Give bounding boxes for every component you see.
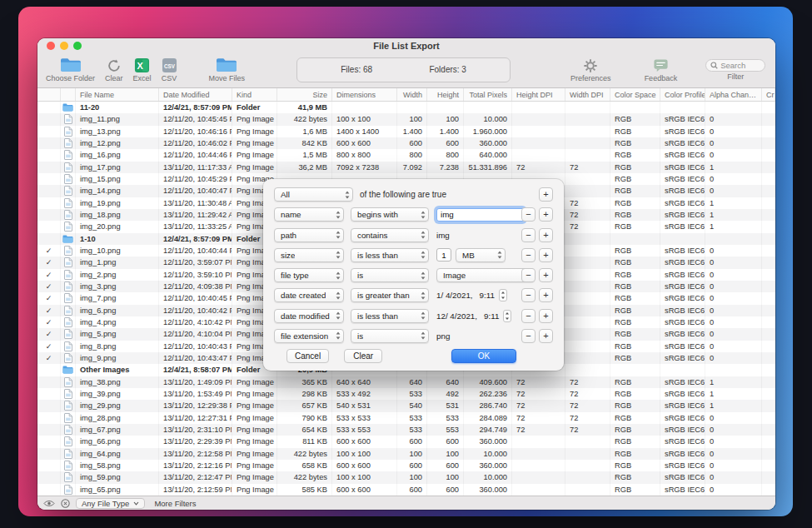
operator-popup[interactable]: is less than [351,309,429,323]
attribute-popup[interactable]: date modified [274,309,344,323]
table-row[interactable]: img_17.png13/11/20, 11:17:33 AMPng Image… [37,162,775,173]
popup-chevrons-icon [421,311,426,320]
column-header[interactable]: Color Profile [660,88,705,101]
cell [512,113,565,125]
column-header-icon[interactable] [61,88,76,101]
remove-rule-button[interactable]: − [521,309,536,323]
column-header-select[interactable] [37,88,61,101]
visibility-eye-icon[interactable] [43,500,55,507]
add-rule-button[interactable]: + [539,288,553,302]
add-rule-button[interactable]: + [539,228,553,242]
column-header[interactable]: Date Modified [159,88,232,101]
table-row[interactable]: img_16.png12/11/20, 10:44:46 PMPng Image… [37,149,775,161]
table-row[interactable]: img_28.png13/11/20, 12:27:31 PMPng Image… [37,412,775,424]
table-row[interactable]: 11-2012/4/21, 8:57:09 PMFolder41,9 MB [37,102,775,113]
rule-value-input[interactable] [436,208,525,222]
remove-rule-button[interactable]: − [521,228,536,242]
table-row[interactable]: img_65.png13/11/20, 2:12:59 PMPng Image5… [37,484,775,496]
column-header[interactable]: File Name [76,88,159,101]
clear-button[interactable]: Clear [344,349,382,363]
cell: img_16.png [76,149,159,161]
clear-button[interactable]: Clear [100,57,128,82]
remove-rule-button[interactable]: − [521,207,536,222]
row-checkmark: ✓ [37,281,61,292]
operator-popup[interactable]: begins with [351,207,429,222]
table-row[interactable]: img_29.png13/11/20, 12:29:38 PMPng Image… [37,400,775,411]
preferences-button[interactable]: Preferences [565,57,616,82]
cell: 1.960.000 [464,126,512,137]
table-row[interactable]: img_11.png12/11/20, 10:45:45 PMPng Image… [37,113,775,125]
zoom-button[interactable] [73,42,82,50]
column-header[interactable]: Alpha Chan… [705,88,762,101]
remove-rule-button[interactable]: − [521,268,536,282]
attribute-popup[interactable]: file type [274,268,344,282]
attribute-popup[interactable]: size [274,248,344,262]
column-header[interactable]: Kind [232,88,277,101]
match-mode-popup[interactable]: All [274,187,353,202]
stepper-icon[interactable] [499,289,507,301]
move-files-button[interactable]: Move Files [204,57,251,82]
table-row[interactable]: img_67.png13/11/20, 2:31:10 PMPng Image6… [37,424,775,436]
column-header[interactable]: Color Space [610,88,660,101]
choose-folder-button[interactable]: Choose Folder [41,57,100,82]
unit-popup[interactable]: MB [456,248,506,262]
ok-button[interactable]: OK [451,349,516,363]
titlebar[interactable]: File List Export [37,38,775,53]
column-header[interactable]: Height [427,88,464,101]
cancel-button[interactable]: Cancel [286,349,329,363]
add-rule-button[interactable]: + [539,309,553,323]
search-input[interactable] [720,61,762,70]
table-row[interactable]: img_59.png13/11/20, 2:12:47 PMPng Image4… [37,471,775,483]
more-filters-button[interactable]: More Filters [154,499,196,508]
table-row[interactable]: img_64.png13/11/20, 2:12:58 PMPng Image4… [37,448,775,460]
operator-popup[interactable]: contains [351,228,429,242]
operator-popup[interactable]: is greater than [351,288,429,302]
column-header[interactable]: Total Pixels [464,88,512,101]
table-row[interactable]: img_39.png13/11/20, 1:53:49 PMPng Image2… [37,388,775,400]
cell: 72 [565,209,610,221]
add-rule-button[interactable]: + [539,329,553,343]
operator-popup[interactable]: is [351,329,429,343]
remove-rule-button[interactable]: − [521,248,536,262]
column-header[interactable]: Dimensions [332,88,397,101]
column-header[interactable]: Cr… [762,88,775,101]
csv-export-button[interactable]: CSV CSV [157,57,182,82]
add-rule-button[interactable]: + [539,248,553,262]
feedback-button[interactable]: Feedback [640,57,683,82]
minimize-button[interactable] [60,42,68,50]
operator-popup-value: is [357,271,363,280]
search-field[interactable] [705,59,765,72]
table-row[interactable]: img_58.png13/11/20, 2:12:16 PMPng Image6… [37,460,775,471]
excel-export-button[interactable]: X Excel [128,57,157,82]
table-row[interactable]: img_66.png13/11/20, 2:29:39 PMPng Image8… [37,436,775,447]
attribute-popup[interactable]: path [274,228,344,242]
file-icon [61,471,76,483]
file-type-filter-popup[interactable]: Any File Type [76,498,145,509]
clear-filter-x-icon[interactable] [61,499,70,508]
cell: img_13.png [76,126,159,137]
table-row[interactable]: img_13.png12/11/20, 10:46:16 PMPng Image… [37,126,775,137]
add-rule-button[interactable]: + [539,187,553,202]
operator-popup[interactable]: is [351,268,429,282]
remove-rule-button[interactable]: − [521,288,536,302]
add-rule-button[interactable]: + [539,268,553,282]
operator-popup[interactable]: is less than [351,248,429,262]
rule-value-input[interactable] [436,248,451,262]
attribute-popup[interactable]: file extension [274,329,344,343]
stepper-icon[interactable] [503,310,511,322]
attribute-popup[interactable]: name [274,207,344,222]
cell: Png Image [232,436,277,447]
column-header[interactable]: Size [277,88,332,101]
close-button[interactable] [47,42,55,50]
remove-rule-button[interactable]: − [521,329,536,343]
rule-value-popup[interactable]: Image [436,268,535,282]
table-row[interactable]: img_38.png13/11/20, 1:49:09 PMPng Image3… [37,376,775,388]
column-header[interactable]: Width [397,88,427,101]
column-header[interactable]: Width DPI [565,88,610,101]
column-header[interactable]: Height DPI [512,88,565,101]
table-row[interactable]: img_12.png12/11/20, 10:46:02 PMPng Image… [37,137,775,149]
attribute-popup[interactable]: date created [274,288,344,302]
cell [762,471,775,483]
cell: sRGB IEC6… [660,137,705,149]
add-rule-button[interactable]: + [539,207,553,222]
